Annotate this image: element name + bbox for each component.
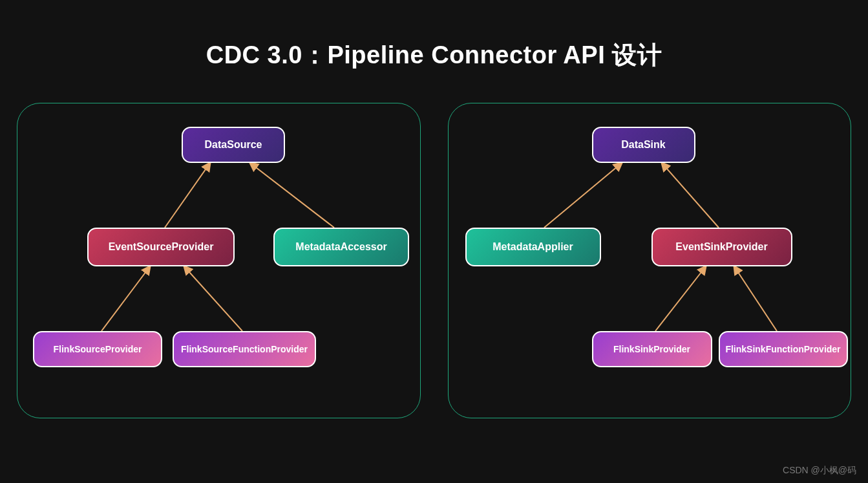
svg-line-6	[655, 266, 706, 331]
svg-line-5	[662, 163, 719, 228]
diagram-container: DataSource EventSourceProvider MetadataA…	[0, 103, 868, 418]
node-event-sink-provider: EventSinkProvider	[651, 228, 792, 266]
node-label: FlinkSourceProvider	[54, 344, 142, 354]
node-label: FlinkSinkFunctionProvider	[725, 344, 840, 354]
node-flink-sink-provider: FlinkSinkProvider	[592, 331, 712, 367]
node-label: EventSourceProvider	[109, 241, 214, 253]
node-datasource: DataSource	[182, 127, 285, 163]
node-event-source-provider: EventSourceProvider	[87, 228, 235, 266]
node-datasink: DataSink	[592, 127, 695, 163]
node-label: MetadataApplier	[492, 241, 573, 253]
datasource-panel: DataSource EventSourceProvider MetadataA…	[17, 103, 421, 418]
watermark: CSDN @小枫@码	[783, 465, 856, 477]
node-label: DataSink	[621, 139, 665, 151]
svg-line-1	[250, 163, 334, 228]
svg-line-2	[101, 266, 150, 331]
node-label: FlinkSinkProvider	[613, 344, 690, 354]
node-label: FlinkSourceFunctionProvider	[181, 344, 308, 354]
datasink-panel: DataSink MetadataApplier EventSinkProvid…	[448, 103, 852, 418]
page-title: CDC 3.0：Pipeline Connector API 设计	[0, 0, 868, 72]
node-label: MetadataAccessor	[295, 241, 386, 253]
svg-line-0	[165, 163, 210, 228]
node-flink-source-provider: FlinkSourceProvider	[33, 331, 162, 367]
node-label: EventSinkProvider	[675, 241, 767, 253]
node-label: DataSource	[205, 139, 262, 151]
svg-line-3	[184, 266, 242, 331]
svg-line-7	[734, 266, 777, 331]
node-flink-sink-function-provider: FlinkSinkFunctionProvider	[719, 331, 848, 367]
node-metadata-accessor: MetadataAccessor	[273, 228, 409, 266]
node-metadata-applier: MetadataApplier	[465, 228, 601, 266]
node-flink-source-function-provider: FlinkSourceFunctionProvider	[173, 331, 316, 367]
svg-line-4	[544, 163, 622, 228]
